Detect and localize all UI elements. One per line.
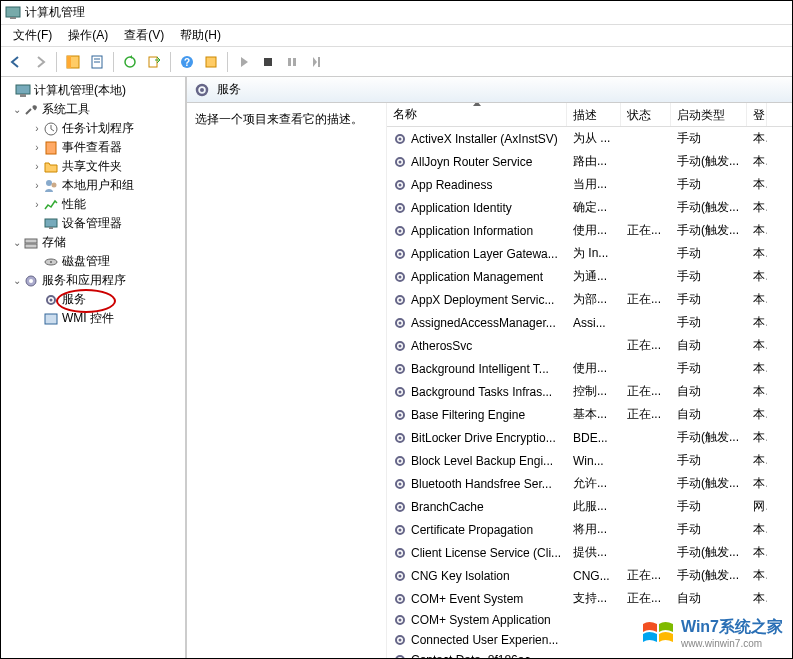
svg-rect-1 — [10, 17, 16, 19]
expand-icon[interactable]: ⌄ — [11, 275, 23, 286]
tree-localusers[interactable]: 本地用户和组 — [62, 177, 134, 194]
svg-point-34 — [200, 88, 204, 92]
tree-servicesapps[interactable]: 服务和应用程序 — [42, 272, 126, 289]
service-row[interactable]: COM+ System Application — [387, 610, 792, 630]
service-logon — [747, 639, 767, 641]
svg-rect-23 — [49, 227, 53, 229]
restart-button[interactable] — [305, 51, 327, 73]
play-button[interactable] — [233, 51, 255, 73]
tree-services[interactable]: 服务 — [62, 291, 86, 308]
show-hide-button[interactable] — [62, 51, 84, 73]
expand-icon[interactable]: › — [31, 180, 43, 191]
expand-icon[interactable]: › — [31, 123, 43, 134]
description-panel: 选择一个项目来查看它的描述。 — [187, 103, 387, 658]
expand-icon[interactable]: ⌄ — [11, 237, 23, 248]
service-row[interactable]: Application Management为通...手动本 — [387, 265, 792, 288]
pause-button[interactable] — [281, 51, 303, 73]
services-list[interactable]: ActiveX Installer (AxInstSV)为从 ...手动本All… — [387, 127, 792, 658]
computer-icon — [15, 83, 31, 99]
col-logon[interactable]: 登 — [747, 103, 767, 126]
properties-button[interactable] — [86, 51, 108, 73]
service-row[interactable]: Contact Data_8f186ac — [387, 650, 792, 658]
service-desc: 为从 ... — [567, 129, 621, 148]
svg-point-50 — [399, 298, 402, 301]
service-startup: 手动(触发... — [671, 474, 747, 493]
svg-point-7 — [125, 57, 135, 67]
svg-rect-22 — [45, 219, 57, 227]
tools-icon — [23, 102, 39, 118]
export-button[interactable] — [143, 51, 165, 73]
service-logon: 本 — [747, 405, 767, 424]
expand-icon[interactable]: › — [31, 199, 43, 210]
tree-scheduler[interactable]: 任务计划程序 — [62, 120, 134, 137]
service-logon: 本 — [747, 244, 767, 263]
tree-wmi[interactable]: WMI 控件 — [62, 310, 114, 327]
svg-rect-25 — [25, 244, 37, 248]
service-row[interactable]: Connected User Experien... — [387, 630, 792, 650]
tree-diskmgmt[interactable]: 磁盘管理 — [62, 253, 110, 270]
service-row[interactable]: Base Filtering Engine基本...正在...自动本 — [387, 403, 792, 426]
service-row[interactable]: COM+ Event System支持...正在...自动本 — [387, 587, 792, 610]
service-logon: 本 — [747, 267, 767, 286]
tree-eventviewer[interactable]: 事件查看器 — [62, 139, 122, 156]
tree-devmgr[interactable]: 设备管理器 — [62, 215, 122, 232]
stop-button[interactable] — [257, 51, 279, 73]
service-row[interactable]: AllJoyn Router Service路由...手动(触发...本 — [387, 150, 792, 173]
tree-systools[interactable]: 系统工具 — [42, 101, 90, 118]
service-row[interactable]: Block Level Backup Engi...Win...手动本 — [387, 449, 792, 472]
service-row[interactable]: Certificate Propagation将用...手动本 — [387, 518, 792, 541]
service-name: ActiveX Installer (AxInstSV) — [411, 132, 558, 146]
service-row[interactable]: Background Tasks Infras...控制...正在...自动本 — [387, 380, 792, 403]
service-row[interactable]: Client License Service (Cli...提供...手动(触发… — [387, 541, 792, 564]
expand-icon[interactable]: › — [31, 142, 43, 153]
service-desc: Assi... — [567, 315, 621, 331]
service-startup: 手动 — [671, 244, 747, 263]
service-row[interactable]: AppX Deployment Servic...为部...正在...手动本 — [387, 288, 792, 311]
menu-action[interactable]: 操作(A) — [60, 25, 116, 46]
service-name: Background Intelligent T... — [411, 362, 549, 376]
service-row[interactable]: AtherosSvc正在...自动本 — [387, 334, 792, 357]
service-row[interactable]: Application Layer Gatewa...为 In...手动本 — [387, 242, 792, 265]
col-name[interactable]: 名称 — [387, 103, 567, 126]
col-startup[interactable]: 启动类型 — [671, 103, 747, 126]
service-status: 正在... — [621, 336, 671, 355]
expand-icon[interactable]: ⌄ — [11, 104, 23, 115]
nav-tree[interactable]: 计算机管理(本地) ⌄系统工具 ›任务计划程序 ›事件查看器 ›共享文件夹 ›本… — [1, 77, 186, 658]
service-row[interactable]: Bluetooth Handsfree Ser...允许...手动(触发...本 — [387, 472, 792, 495]
service-row[interactable]: AssignedAccessManager...Assi...手动本 — [387, 311, 792, 334]
help-button[interactable]: ? — [176, 51, 198, 73]
services-header: 服务 — [187, 77, 792, 103]
service-row[interactable]: Application Information使用...正在...手动(触发..… — [387, 219, 792, 242]
svg-point-52 — [399, 321, 402, 324]
expand-icon[interactable]: › — [31, 161, 43, 172]
service-row[interactable]: CNG Key IsolationCNG...正在...手动(触发...本 — [387, 564, 792, 587]
service-row[interactable]: Application Identity确定...手动(触发...本 — [387, 196, 792, 219]
col-status[interactable]: 状态 — [621, 103, 671, 126]
service-row[interactable]: App Readiness当用...手动本 — [387, 173, 792, 196]
tree-storage[interactable]: 存储 — [42, 234, 66, 251]
tree-sharedfolders[interactable]: 共享文件夹 — [62, 158, 122, 175]
svg-rect-14 — [293, 58, 296, 66]
service-row[interactable]: Background Intelligent T...使用...手动本 — [387, 357, 792, 380]
service-startup: 自动 — [671, 589, 747, 608]
service-startup: 手动 — [671, 497, 747, 516]
action-button[interactable] — [200, 51, 222, 73]
forward-button[interactable] — [29, 51, 51, 73]
service-row[interactable]: BitLocker Drive Encryptio...BDE...手动(触发.… — [387, 426, 792, 449]
tree-root[interactable]: 计算机管理(本地) — [34, 82, 126, 99]
menu-help[interactable]: 帮助(H) — [172, 25, 229, 46]
svg-point-64 — [399, 459, 402, 462]
service-startup: 手动(触发... — [671, 152, 747, 171]
service-row[interactable]: ActiveX Installer (AxInstSV)为从 ...手动本 — [387, 127, 792, 150]
tree-performance[interactable]: 性能 — [62, 196, 86, 213]
menu-file[interactable]: 文件(F) — [5, 25, 60, 46]
refresh-button[interactable] — [119, 51, 141, 73]
service-logon: 本 — [747, 129, 767, 148]
service-status — [621, 552, 671, 554]
menu-view[interactable]: 查看(V) — [116, 25, 172, 46]
service-status: 正在... — [621, 589, 671, 608]
col-desc[interactable]: 描述 — [567, 103, 621, 126]
service-row[interactable]: BranchCache此服...手动网 — [387, 495, 792, 518]
gear-icon — [393, 362, 407, 376]
back-button[interactable] — [5, 51, 27, 73]
